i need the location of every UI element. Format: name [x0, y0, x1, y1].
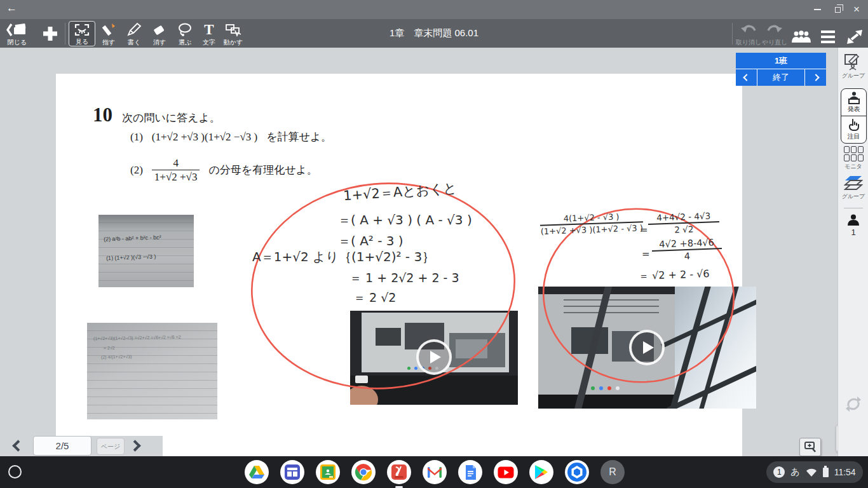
group-prev-button[interactable]	[736, 69, 757, 86]
hamburger-menu-icon	[815, 24, 841, 50]
google-docs-icon	[465, 464, 477, 480]
tool-text[interactable]: T 文字	[196, 21, 222, 46]
tool-move-label: 動かす	[224, 39, 243, 46]
handwriting-line: ＝ √2 + 2 - √6	[639, 268, 710, 283]
question-2: (2) 4 1+√2 +√3 の分母を有理化せよ。	[130, 157, 318, 183]
tool-write[interactable]: 書く	[121, 21, 147, 46]
q1-expression: (1+√2 +√3 )(1+√2 −√3 )	[152, 131, 257, 144]
sidebar-group-pages-label: グループ	[842, 193, 865, 201]
minimize-button[interactable]	[807, 0, 827, 19]
main-menu-button[interactable]	[815, 24, 841, 50]
q2-numerator: 4	[170, 157, 181, 170]
q1-suffix: を計算せよ。	[266, 130, 332, 144]
shelf-app-youtube[interactable]	[494, 460, 518, 484]
page-list-tab[interactable]: ページ	[97, 438, 125, 455]
zoom-button[interactable]	[799, 438, 821, 456]
add-button[interactable]	[37, 21, 64, 46]
person-icon	[847, 214, 860, 226]
member-count[interactable]: 1	[838, 214, 868, 237]
sidebar-present-button[interactable]: 発表	[841, 89, 866, 116]
hw-eq1-num: 4+4√2 - 4√3	[656, 211, 710, 223]
play-button[interactable]	[629, 330, 665, 365]
shelf-app-google-drive[interactable]	[245, 460, 269, 484]
group-next-button[interactable]	[805, 69, 826, 86]
sidebar-attention-button[interactable]: 注目	[841, 116, 866, 143]
notification-badge: 1	[773, 466, 785, 478]
question-1: (1) (1+√2 +√3 )(1+√2 −√3 ) を計算せよ。	[130, 130, 332, 144]
shelf-app-blue-hexagon[interactable]	[565, 460, 589, 484]
avatar-initial: R	[609, 466, 616, 478]
hw-eq2-num: 4√2 +8-4√6	[659, 238, 714, 250]
chrome-icon	[355, 463, 372, 481]
chromeos-shelf: R 1 あ 11:54	[0, 456, 868, 488]
redo-button[interactable]: やり直し	[761, 21, 788, 46]
tool-move[interactable]: 動かす	[220, 21, 247, 46]
handwriting-line: ＝ 1 + 2√2 + 2 - 3	[349, 270, 459, 287]
back-arrow-icon[interactable]: ←	[6, 2, 17, 15]
tool-select[interactable]: 選ぶ	[172, 21, 198, 46]
minimize-icon	[814, 9, 821, 10]
undo-icon	[735, 21, 762, 39]
group-end-button[interactable]: 終了	[757, 69, 804, 86]
shelf-app-google-play[interactable]	[529, 460, 553, 484]
video-thumbnail-2[interactable]	[538, 287, 756, 409]
sync-button[interactable]	[838, 396, 868, 412]
right-sidebar: グループ 発表 注目 モニタ グループ	[837, 48, 868, 456]
video2-bright-window	[675, 287, 756, 409]
close-button[interactable]: ×	[846, 0, 867, 19]
photo-notebook-1[interactable]: (2) a²b - ab² + b²c - bc² (1) (1+√2 )(√3…	[98, 215, 194, 287]
tool-point[interactable]: 指す	[95, 21, 122, 46]
shelf-app-gmail[interactable]	[423, 460, 447, 484]
handwriting-line: ＝ 2 √2	[353, 290, 396, 306]
restore-button[interactable]	[827, 0, 848, 19]
member-count-value: 1	[851, 227, 855, 237]
google-classroom-icon	[320, 464, 336, 480]
play-button[interactable]	[416, 339, 452, 375]
photo-notebook-2[interactable]: (1+√2+√3)(1+√2-√3) =√2+√2 =√6+√2 =√6 =2 …	[87, 323, 217, 419]
shelf-app-metamoji-classroom[interactable]	[387, 460, 411, 484]
photo2-line2: = 2√2	[104, 346, 115, 350]
launcher-button[interactable]	[8, 465, 22, 478]
handwriting-fraction: 4√2 +8-4√6 4	[651, 237, 722, 262]
video2-shelf-dots	[583, 386, 620, 390]
eraser-icon	[146, 21, 173, 39]
undo-button[interactable]: 取り消し	[735, 21, 762, 46]
system-tray[interactable]: 1 あ 11:54	[766, 461, 863, 483]
pointing-hand-icon	[847, 119, 861, 132]
note-canvas[interactable]: 10 次の問いに答えよ。 (1) (1+√2 +√3 )(1+√2 −√3 ) …	[0, 48, 868, 456]
close-note-button[interactable]: 閉じる	[4, 21, 31, 46]
restore-icon	[835, 7, 841, 13]
active-app-indicator	[395, 486, 403, 488]
ime-indicator: あ	[790, 466, 799, 478]
undo-label: 取り消し	[736, 39, 761, 46]
close-note-label: 閉じる	[8, 39, 27, 46]
layers-icon	[844, 175, 863, 191]
redo-label: やり直し	[762, 39, 788, 46]
tool-write-label: 書く	[128, 39, 140, 46]
sidebar-monitor-button[interactable]: モニタ	[838, 146, 868, 171]
video-thumbnail-1[interactable]	[350, 311, 518, 405]
expand-arrows-icon	[841, 24, 868, 50]
handwriting-equals: =	[640, 224, 648, 236]
close-icon: ×	[853, 3, 860, 16]
fullscreen-button[interactable]	[841, 24, 868, 50]
sidebar-monitor-label: モニタ	[844, 163, 862, 171]
clock: 11:54	[834, 467, 856, 477]
sidebar-group-pages-button[interactable]: グループ	[838, 175, 868, 201]
move-objects-icon	[220, 21, 247, 39]
shelf-account-avatar[interactable]: R	[600, 460, 625, 484]
youtube-icon	[498, 466, 514, 478]
pointer-pen-icon	[95, 21, 122, 39]
hw-frac-num: 4(1+√2 - √3 )	[564, 212, 620, 223]
shelf-app-chrome[interactable]	[351, 460, 376, 484]
sidebar-group-edit-button[interactable]: グループ	[838, 53, 868, 80]
present-attention-group: 発表 注目	[841, 88, 867, 144]
tool-view[interactable]: 見る	[69, 21, 95, 46]
tool-erase[interactable]: 消す	[146, 21, 173, 46]
participants-button[interactable]	[788, 24, 815, 50]
shelf-app-google-docs[interactable]	[458, 460, 482, 484]
tool-erase-label: 消す	[153, 39, 166, 46]
page-indicator[interactable]: 2/5	[33, 436, 92, 456]
shelf-app-web-portal[interactable]	[280, 460, 304, 484]
shelf-app-google-classroom[interactable]	[316, 460, 340, 484]
